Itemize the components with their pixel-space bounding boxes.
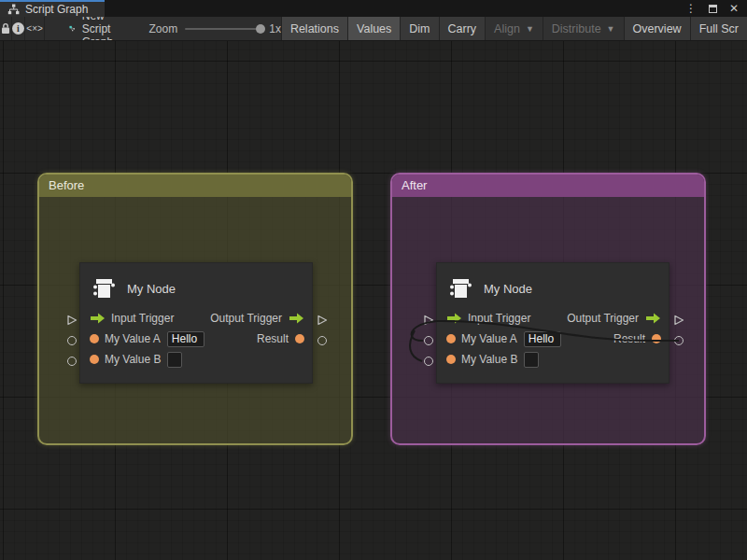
value-b-port-icon[interactable] — [446, 355, 456, 364]
flow-output-outer-port[interactable] — [673, 315, 685, 327]
graph-name-label: New Script Graph — [82, 17, 121, 41]
value-b-outer-port[interactable] — [67, 357, 77, 366]
port-row-value-a: My Value A Result — [437, 329, 669, 349]
node-title: My Node — [484, 282, 532, 296]
unit-node-icon — [92, 276, 117, 301]
flow-input-icon[interactable] — [446, 312, 462, 325]
zoom-slider[interactable] — [185, 28, 261, 30]
close-icon[interactable]: ✕ — [729, 3, 739, 14]
port-row-value-a: My Value A Result — [80, 329, 312, 349]
window-menu-icon[interactable]: ⋮ — [685, 3, 697, 14]
value-a-input[interactable] — [167, 331, 204, 347]
value-b-input[interactable] — [167, 352, 182, 368]
tab-script-graph[interactable]: Script Graph — [0, 0, 105, 17]
dim-button[interactable]: Dim — [400, 17, 438, 40]
port-row-value-b: My Value B — [437, 349, 669, 370]
flow-input-outer-port[interactable] — [66, 315, 78, 327]
input-trigger-label: Input Trigger — [468, 312, 530, 325]
fullscreen-button[interactable]: Full Scr — [690, 17, 747, 40]
window-controls: ⋮ ✕ — [685, 0, 747, 17]
output-trigger-label: Output Trigger — [210, 312, 282, 325]
port-row-value-b: My Value B — [80, 349, 312, 370]
value-a-label: My Value A — [105, 332, 161, 345]
chevron-down-icon: ▼ — [526, 24, 534, 34]
flow-output-icon[interactable] — [645, 312, 661, 325]
value-a-input[interactable] — [524, 331, 561, 347]
unit-node-icon — [448, 276, 473, 301]
circle-port-icon — [67, 357, 77, 366]
flow-input-icon[interactable] — [90, 312, 106, 325]
script-graph-window: Script Graph ⋮ ✕ i <×> — [0, 0, 747, 560]
output-trigger-label: Output Trigger — [567, 312, 639, 325]
node-my-node-after[interactable]: My Node Input Trigger Output Trigger My … — [436, 262, 669, 384]
graph-canvas[interactable]: Before After My Node Input Tr — [0, 41, 747, 560]
relations-button[interactable]: Relations — [281, 17, 347, 40]
distribute-button[interactable]: Distribute ▼ — [543, 17, 624, 40]
result-label: Result — [257, 332, 289, 345]
value-a-outer-port[interactable] — [424, 336, 433, 345]
tab-bar: Script Graph ⋮ ✕ — [0, 0, 747, 17]
align-button[interactable]: Align ▼ — [485, 17, 543, 40]
graph-name-area[interactable]: New Script Graph — [58, 17, 132, 40]
overview-label: Overview — [633, 22, 682, 35]
zoom-label: Zoom — [149, 22, 178, 35]
flow-output-icon[interactable] — [289, 312, 304, 325]
value-b-input[interactable] — [524, 352, 539, 368]
circle-port-icon — [424, 357, 433, 366]
flow-input-outer-port[interactable] — [423, 315, 435, 327]
value-a-outer-port[interactable] — [67, 336, 77, 345]
angle-brackets-icon: <×> — [26, 23, 43, 34]
flow-output-outer-port[interactable] — [317, 315, 329, 327]
zoom-control: Zoom 1x — [149, 17, 281, 40]
info-icon: i — [12, 22, 24, 35]
fullscreen-label: Full Scr — [699, 22, 739, 35]
lock-button[interactable] — [0, 17, 12, 40]
circle-port-icon — [674, 336, 684, 345]
input-trigger-label: Input Trigger — [111, 312, 174, 325]
triangle-port-icon — [673, 315, 685, 327]
port-row-trigger: Input Trigger Output Trigger — [80, 308, 312, 329]
maximize-icon[interactable] — [709, 5, 717, 13]
value-a-port-icon[interactable] — [90, 334, 99, 343]
node-header: My Node — [80, 263, 312, 308]
zoom-slider-handle[interactable] — [256, 24, 265, 34]
node-title: My Node — [127, 282, 176, 296]
info-button[interactable]: i — [12, 17, 25, 40]
inspect-button[interactable]: <×> — [25, 17, 45, 40]
circle-port-icon — [317, 336, 327, 345]
distribute-label: Distribute — [552, 22, 601, 35]
value-a-port-icon[interactable] — [446, 334, 456, 343]
group-after-header[interactable]: After — [392, 175, 704, 197]
graph-toolbar: i <×> New Script Graph Zoom 1x Relations… — [0, 17, 747, 41]
value-b-port-icon[interactable] — [90, 355, 99, 364]
result-label: Result — [613, 332, 645, 345]
result-outer-port[interactable] — [674, 336, 684, 345]
values-button[interactable]: Values — [347, 17, 400, 40]
chevron-down-icon: ▼ — [607, 24, 615, 34]
script-graph-asset-icon — [69, 21, 76, 35]
triangle-port-icon — [317, 315, 329, 327]
result-port-icon[interactable] — [295, 334, 304, 343]
value-b-outer-port[interactable] — [424, 357, 433, 366]
result-outer-port[interactable] — [317, 336, 327, 345]
circle-port-icon — [67, 336, 77, 345]
toolbar-buttons: Relations Values Dim Carry Align ▼ Distr… — [281, 17, 747, 40]
node-my-node-before[interactable]: My Node Input Trigger Output Trigger My … — [79, 262, 313, 384]
value-b-label: My Value B — [461, 353, 517, 366]
triangle-port-icon — [66, 315, 78, 327]
align-label: Align — [494, 22, 520, 35]
overview-button[interactable]: Overview — [624, 17, 690, 40]
carry-label: Carry — [448, 22, 477, 35]
carry-button[interactable]: Carry — [439, 17, 486, 40]
result-port-icon[interactable] — [652, 334, 661, 343]
value-a-label: My Value A — [461, 332, 517, 345]
lock-icon — [0, 22, 11, 35]
node-header: My Node — [437, 263, 669, 308]
circle-port-icon — [424, 336, 433, 345]
value-b-label: My Value B — [105, 353, 161, 366]
zoom-value: 1x — [269, 22, 281, 35]
dim-label: Dim — [409, 22, 430, 35]
tab-title: Script Graph — [25, 3, 88, 16]
graph-hierarchy-icon — [7, 4, 20, 15]
group-before-header[interactable]: Before — [39, 175, 351, 197]
